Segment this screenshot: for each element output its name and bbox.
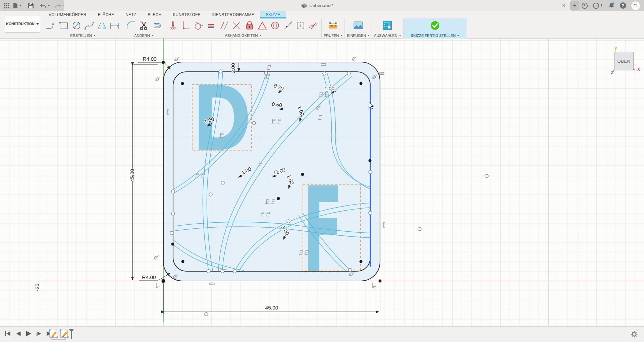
- titlebar: Unbenannt* × + 1 ? FL: [0, 0, 644, 11]
- symmetry-triangle-constraint-icon[interactable]: [256, 19, 268, 32]
- abhaengigkeiten-caret: [259, 35, 261, 36]
- account-avatar[interactable]: FL: [631, 0, 641, 11]
- viewcube-y-axis: Y: [614, 47, 617, 51]
- avatar-initials: FL: [631, 1, 640, 10]
- dim-width: 45.00: [265, 305, 278, 310]
- auswaehlen-caret: [399, 35, 401, 36]
- job-status-icon[interactable]: 1: [591, 0, 604, 11]
- notification-bell-icon[interactable]: [607, 0, 616, 11]
- dim-100a: 1.00: [324, 86, 335, 91]
- viewcube-x-axis: X: [637, 67, 640, 72]
- erstellen-label: ERSTELLEN: [70, 34, 92, 38]
- close-tab-button[interactable]: ×: [559, 0, 568, 11]
- timeline-feature-icons: [49, 329, 79, 341]
- symmetry-constraint-icon[interactable]: [294, 19, 307, 32]
- timeline-step-back-button[interactable]: [14, 329, 22, 338]
- tab-flaeche[interactable]: FLÄCHE: [92, 11, 120, 18]
- circle-tool-icon[interactable]: [70, 19, 83, 32]
- konstruktion-dropdown[interactable]: KONSTRUKTION: [5, 15, 40, 33]
- undo-caret[interactable]: [48, 5, 50, 6]
- tangent-constraint-icon[interactable]: [193, 19, 205, 32]
- group-erstellen: ERSTELLEN: [43, 18, 123, 39]
- tab-kunststoff[interactable]: KUNSTSTOFF: [167, 11, 206, 18]
- group-aendern: ÄNDERN: [123, 18, 165, 39]
- help-icon[interactable]: ?: [619, 0, 627, 11]
- horizontal-vertical-constraint-icon[interactable]: [180, 19, 192, 32]
- timeline-play-button[interactable]: [25, 329, 32, 338]
- origin-point: [162, 279, 165, 283]
- axis-coordinate-label: -25: [34, 284, 40, 291]
- viewcube[interactable]: OBEN Y X Z: [612, 50, 636, 73]
- group-skizze-fertig: SKIZZE FERTIG STELLEN: [404, 18, 467, 39]
- abhaengigkeiten-dropdown[interactable]: ABHÄNGIGKEITEN: [225, 32, 262, 39]
- fillet-tool-icon[interactable]: [125, 19, 137, 32]
- auswaehlen-dropdown[interactable]: AUSWÄHLEN: [374, 32, 401, 39]
- concentric-constraint-icon[interactable]: [269, 19, 281, 32]
- dim-r-top: R4.00: [143, 56, 157, 62]
- tab-dienstprogramme[interactable]: DIENSTPROGRAMME: [206, 11, 260, 18]
- aendern-dropdown[interactable]: ÄNDERN: [134, 32, 153, 39]
- new-tab-button[interactable]: +: [570, 1, 579, 10]
- file-menu-caret: [19, 5, 22, 6]
- save-button[interactable]: [28, 0, 34, 11]
- offset-tool-icon[interactable]: [151, 19, 163, 32]
- skizze-fertig-dropdown[interactable]: SKIZZE FERTIG STELLEN: [411, 32, 460, 39]
- mirror-tool-icon[interactable]: [96, 19, 108, 32]
- aendern-label: ÄNDERN: [134, 34, 150, 38]
- timeline-playback-controls: [4, 329, 53, 338]
- pruefen-dropdown[interactable]: PRÜFEN: [324, 32, 342, 39]
- midpoint-constraint-icon[interactable]: [282, 19, 294, 32]
- einfuegen-label: EINFÜGEN: [347, 34, 366, 38]
- viewcube-face-top[interactable]: OBEN: [614, 52, 634, 70]
- line-tool-icon[interactable]: [45, 19, 57, 32]
- trim-tool-icon[interactable]: [138, 19, 150, 32]
- timeline-features: [49, 329, 79, 341]
- document-cube-icon: [301, 3, 307, 8]
- konstruktion-label: KONSTRUKTION: [6, 22, 35, 26]
- spline-tool-icon[interactable]: [83, 19, 95, 32]
- document-title: Unbenannt*: [309, 3, 333, 8]
- curvature-constraint-icon[interactable]: [307, 19, 319, 32]
- job-count: 1: [600, 3, 603, 8]
- lock-constraint-icon[interactable]: [244, 19, 256, 32]
- undo-button[interactable]: [40, 0, 51, 11]
- insert-image-icon[interactable]: [352, 19, 364, 32]
- extensions-icon[interactable]: [580, 0, 589, 11]
- tab-skizze[interactable]: SKIZZE: [260, 11, 286, 18]
- parallel-constraint-icon[interactable]: [218, 19, 230, 32]
- timeline-skip-start-button[interactable]: [4, 329, 11, 338]
- timeline-settings-gear-icon[interactable]: [631, 331, 638, 339]
- sketch-canvas[interactable]: D F: [0, 39, 644, 326]
- auswaehlen-label: AUSWÄHLEN: [374, 34, 397, 38]
- sketch-dimension-tool-icon[interactable]: [109, 19, 121, 32]
- perpendicular-constraint-icon[interactable]: [231, 19, 243, 32]
- fix-constraint-icon[interactable]: [167, 19, 179, 32]
- timeline-step-forward-button[interactable]: [35, 329, 43, 338]
- erstellen-dropdown[interactable]: ERSTELLEN: [70, 32, 95, 39]
- dim-height: 45.00: [129, 169, 135, 182]
- tab-blech[interactable]: BLECH: [142, 11, 167, 18]
- help-question: ?: [620, 2, 626, 9]
- aendern-caret: [152, 35, 154, 36]
- measure-tool-icon[interactable]: [327, 19, 339, 32]
- group-auswaehlen: AUSWÄHLEN: [372, 18, 404, 39]
- skizze-fertig-caret: [457, 35, 459, 36]
- tab-volumenkoerper[interactable]: VOLUMENKÖRPER: [43, 11, 92, 18]
- file-menu-button[interactable]: [13, 0, 22, 11]
- select-tool-icon[interactable]: [381, 19, 393, 32]
- group-pruefen: PRÜFEN: [322, 18, 345, 39]
- rectangle-tool-icon[interactable]: [58, 19, 70, 32]
- group-abhaengigkeiten: ABHÄNGIGKEITEN: [165, 18, 322, 39]
- finish-sketch-icon[interactable]: [429, 19, 441, 32]
- equal-constraint-icon[interactable]: [205, 19, 217, 32]
- tab-netz[interactable]: NETZ: [120, 11, 142, 18]
- document-tab[interactable]: Unbenannt*: [64, 0, 571, 11]
- skizze-fertig-label: SKIZZE FERTIG STELLEN: [411, 34, 456, 38]
- einfuegen-dropdown[interactable]: EINFÜGEN: [347, 32, 370, 39]
- viewcube-z-axis: Z: [611, 70, 613, 75]
- app-grid-icon[interactable]: [3, 0, 11, 11]
- konstruktion-caret: [36, 23, 39, 25]
- abhaengigkeiten-label: ABHÄNGIGKEITEN: [225, 34, 258, 38]
- timeline-marker[interactable]: [69, 329, 74, 339]
- ribbon: VOLUMENKÖRPER FLÄCHE NETZ BLECH KUNSTSTO…: [0, 11, 644, 39]
